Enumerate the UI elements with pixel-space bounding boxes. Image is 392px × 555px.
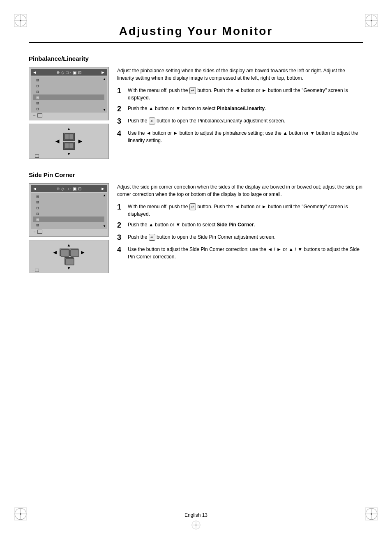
spc-adjust-content: ▲ ◄ xyxy=(52,243,86,270)
spc-menu-item-2: ⊟ xyxy=(33,199,104,205)
menu-item-4-selected: ⊟ xyxy=(33,94,104,100)
step-p1: 1 With the menu off, push the ↵ button. … xyxy=(117,87,363,101)
menu-item-2: ⊟ xyxy=(33,83,104,89)
pinbalance-center-icons xyxy=(63,133,75,150)
left-arrow-spc-adj: ◄ xyxy=(52,249,58,256)
menu-top-bar-spc: ◄ ⊕ ◇ □ · ▣ ⊡ ► xyxy=(31,185,107,192)
menu-item-5: ⊟ xyxy=(33,100,104,106)
menu-scroll-area-spc: ▲ ⊟ ⊟ ⊟ ⊟ ⊟ ⊟ ▼ xyxy=(31,193,107,229)
section-sidepincorner: Side Pin Corner ◄ ⊕ ◇ □ · ▣ ⊡ xyxy=(29,171,363,273)
step-text-p4: Use the ◄ button or ► button to adjust t… xyxy=(128,129,363,144)
arrow-right-icon: → xyxy=(32,113,36,117)
scroll-up-spc: ▲ xyxy=(103,193,106,197)
intro-pinbalance: Adjust the pinbalance setting when the s… xyxy=(117,67,363,82)
menu-item-6: ⊟ xyxy=(33,106,104,112)
intro-spc: Adjust the side pin corner correction wh… xyxy=(117,183,363,198)
crosshair-icon: ⊕ xyxy=(56,70,60,75)
adjust-footer-pinbalance: → xyxy=(31,154,39,158)
section-body-sidepincorner: ◄ ⊕ ◇ □ · ▣ ⊡ ► ▲ xyxy=(29,183,363,273)
step-num-p1: 1 xyxy=(117,87,125,101)
footer-arrow-spc2: → xyxy=(31,268,34,272)
adjust-footer-spc: → xyxy=(31,268,39,272)
step-s3: 3 Push the ↵ button to open the Side Pin… xyxy=(117,233,363,242)
spc-menu-item-3: ⊟ xyxy=(33,205,104,211)
down-arrow-adj: ▼ xyxy=(67,152,71,156)
enter-btn-p1: ↵ xyxy=(189,87,196,94)
cursor-icon xyxy=(37,113,42,117)
menu-item-1: ⊟ xyxy=(33,77,104,83)
adjust-diagram-pinbalance: ▲ ◄ xyxy=(29,124,109,159)
adjust-icon: ▣ xyxy=(73,70,76,75)
spc-menu-item-5-selected: ⊟ xyxy=(33,216,104,222)
step-num-s3: 3 xyxy=(117,233,125,242)
left-arrow-icon: ◄ xyxy=(32,70,37,75)
spc-box-bottom xyxy=(65,257,74,265)
bold-pinbalance: Pinbalance/Linearity xyxy=(217,106,265,111)
step-text-s3: Push the ↵ button to open the Side Pin C… xyxy=(128,233,363,242)
bold-spc: Side Pin Corner xyxy=(217,222,254,228)
svg-rect-24 xyxy=(61,250,69,256)
adjust-content-pinbalance: ▲ ◄ xyxy=(54,127,84,156)
enter-btn-p3: ↵ xyxy=(149,117,155,124)
right-arrow-icon: ► xyxy=(101,70,105,75)
up-arrow-spc-adj: ▲ xyxy=(67,243,71,247)
step-num-p2: 2 xyxy=(117,105,125,114)
menu-diagram-pinbalance: ◄ ⊕ ◇ □ · ▣ ⊡ ► ▲ xyxy=(29,67,109,120)
step-s4: 4 Use the button to adjust the Side Pin … xyxy=(117,246,363,260)
spc-menu-item-6: ⊟ xyxy=(33,222,104,228)
step-s1: 1 With the menu off, push the ↵ button. … xyxy=(117,203,363,218)
diagrams-sidepincorner: ◄ ⊕ ◇ □ · ▣ ⊡ ► ▲ xyxy=(29,183,109,273)
menu-icons: ⊕ ◇ □ · ▣ ⊡ xyxy=(56,70,82,75)
section-title-sidepincorner: Side Pin Corner xyxy=(29,171,363,178)
step-s2: 2 Push the ▲ button or ▼ button to selec… xyxy=(117,221,363,230)
menu-icons-spc: ⊕ ◇ □ · ▣ ⊡ xyxy=(56,187,82,191)
right-arrow-spc-adj: ► xyxy=(80,249,86,256)
step-text-p1: With the menu off, push the ↵ button. Pu… xyxy=(128,87,363,101)
pinbal-top-icon xyxy=(63,133,75,141)
footer-text: English 13 xyxy=(184,512,208,518)
section-body-pinbalance: ◄ ⊕ ◇ □ · ▣ ⊡ ► ▲ xyxy=(29,67,363,159)
step-num-p4: 4 xyxy=(117,129,125,144)
grid-icon-spc: ⊡ xyxy=(78,187,81,191)
square-icon: □ xyxy=(66,70,69,75)
step-num-s2: 2 xyxy=(117,221,125,230)
enter-btn-s3: ↵ xyxy=(149,234,155,241)
step-p2: 2 Push the ▲ button or ▼ button to selec… xyxy=(117,105,363,114)
menu-footer-pinbalance: → xyxy=(31,113,107,118)
step-p3: 3 Push the ↵ button to open the Pinbalan… xyxy=(117,117,363,126)
footer-cursor-icon xyxy=(35,154,39,158)
corner-mark-tr xyxy=(363,12,380,29)
menu-top-bar: ◄ ⊕ ◇ □ · ▣ ⊡ ► xyxy=(31,69,107,76)
adjust-diagram-spc: ▲ ◄ xyxy=(29,240,109,273)
scroll-up-arrow: ▲ xyxy=(103,77,106,81)
steps-spc: 1 With the menu off, push the ↵ button. … xyxy=(117,203,363,260)
corner-mark-tl xyxy=(12,12,29,29)
left-arrow-spc: ◄ xyxy=(32,186,37,191)
enter-btn-s1: ↵ xyxy=(189,203,196,210)
menu-item-3: ⊟ xyxy=(33,89,104,94)
steps-pinbalance: 1 With the menu off, push the ↵ button. … xyxy=(117,87,363,144)
footer-cursor-spc xyxy=(35,269,39,272)
instructions-pinbalance: Adjust the pinbalance setting when the s… xyxy=(117,67,363,159)
spc-menu-item-4: ⊟ xyxy=(33,211,104,216)
bottom-center-mark xyxy=(190,519,202,532)
spc-box-left xyxy=(60,249,69,256)
right-arrow-adj: ► xyxy=(77,138,84,145)
cursor-spc xyxy=(37,230,42,234)
diamond-icon-spc: ◇ xyxy=(61,187,65,191)
step-text-p2: Push the ▲ button or ▼ button to select … xyxy=(128,105,363,114)
menu-items-spc: ⊟ ⊟ ⊟ ⊟ ⊟ ⊟ xyxy=(31,193,107,229)
step-text-s2: Push the ▲ button or ▼ button to select … xyxy=(128,221,363,230)
dot-icon: · xyxy=(70,70,71,75)
menu-diagram-sidepincorner: ◄ ⊕ ◇ □ · ▣ ⊡ ► ▲ xyxy=(29,183,109,237)
page-title: Adjusting Your Monitor xyxy=(29,25,363,43)
up-arrow-adj: ▲ xyxy=(67,127,71,131)
spc-box-pair xyxy=(60,249,78,256)
grid-icon: ⊡ xyxy=(78,70,81,75)
diagrams-pinbalance: ◄ ⊕ ◇ □ · ▣ ⊡ ► ▲ xyxy=(29,67,109,159)
menu-items-pinbalance: ⊟ ⊟ ⊟ ⊟ ⊟ ⊟ xyxy=(31,76,107,113)
step-num-p3: 3 xyxy=(117,117,125,126)
scroll-down-arrow: ▼ xyxy=(103,108,106,112)
diamond-icon: ◇ xyxy=(61,70,65,75)
section-pinbalance: Pinbalance/Linearity ◄ ⊕ ◇ □ · ▣ ⊡ xyxy=(29,55,363,159)
